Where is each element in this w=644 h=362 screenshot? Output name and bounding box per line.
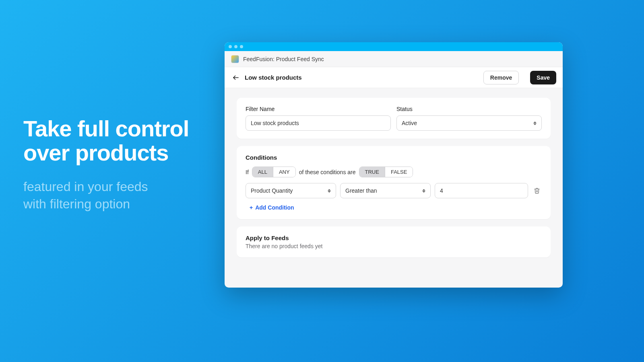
of-text: of these conditions are <box>299 169 356 175</box>
chevron-updown-icon <box>328 189 331 193</box>
trash-icon <box>534 187 540 194</box>
app-title: FeedFusion: Product Feed Sync <box>243 56 324 62</box>
filter-name-label: Filter Name <box>246 106 391 112</box>
promo-subhead: featured in your feeds with filtering op… <box>23 178 189 213</box>
bool-false-button[interactable]: FALSE <box>385 167 413 177</box>
app-logo-icon <box>231 55 239 63</box>
bool-true-button[interactable]: TRUE <box>359 167 385 177</box>
traffic-light-icon <box>229 45 232 48</box>
condition-value-field[interactable] <box>440 187 523 194</box>
traffic-light-icon <box>240 45 243 48</box>
conditions-card: Conditions If ALL ANY of these condition… <box>237 146 551 219</box>
promo-headline-line1: Take full control <box>23 117 189 141</box>
if-label: If <box>246 169 249 175</box>
condition-attribute-select[interactable]: Product Quantity <box>246 183 336 198</box>
apply-feeds-title: Apply to Feeds <box>246 234 542 241</box>
delete-condition-button[interactable] <box>532 186 542 195</box>
promo-headline-line2: over products <box>23 141 189 165</box>
condition-value-input[interactable] <box>435 183 528 198</box>
chevron-updown-icon <box>533 121 537 125</box>
bool-toggle: TRUE FALSE <box>359 167 413 177</box>
scope-toggle: ALL ANY <box>252 167 296 177</box>
conditions-title: Conditions <box>246 154 542 161</box>
app-header: FeedFusion: Product Feed Sync <box>225 51 563 67</box>
save-button[interactable]: Save <box>530 71 556 84</box>
traffic-light-icon <box>234 45 237 48</box>
scope-any-button[interactable]: ANY <box>273 167 295 177</box>
back-button[interactable] <box>231 73 241 82</box>
promo-sub-line1: featured in your feeds <box>23 178 189 195</box>
plus-icon: + <box>250 204 253 211</box>
remove-button[interactable]: Remove <box>483 71 519 84</box>
add-condition-label: Add Condition <box>255 204 294 211</box>
promo-headline: Take full control over products <box>23 117 189 165</box>
app-window: FeedFusion: Product Feed Sync Low stock … <box>225 42 563 288</box>
status-label: Status <box>396 106 542 112</box>
scope-all-button[interactable]: ALL <box>252 167 273 177</box>
condition-operator-select[interactable]: Greater than <box>340 183 431 198</box>
condition-operator-value: Greater than <box>345 187 377 194</box>
window-titlebar <box>225 42 563 51</box>
add-condition-button[interactable]: + Add Condition <box>246 204 294 211</box>
page-title: Low stock products <box>245 74 479 81</box>
status-select[interactable]: Active <box>396 115 542 131</box>
status-value: Active <box>402 120 417 126</box>
condition-row: Product Quantity Greater than <box>246 183 542 198</box>
feeds-card: Apply to Feeds There are no product feed… <box>237 226 551 257</box>
filter-name-field[interactable] <box>251 120 386 126</box>
page-header: Low stock products Remove Save <box>225 67 563 88</box>
arrow-left-icon <box>232 74 239 81</box>
condition-attribute-value: Product Quantity <box>251 187 293 194</box>
filter-card: Filter Name Status Active <box>237 98 551 139</box>
promo-sub-line2: with filtering option <box>23 195 189 213</box>
feeds-empty-text: There are no product feeds yet <box>246 243 542 249</box>
chevron-updown-icon <box>422 189 425 193</box>
filter-name-input[interactable] <box>246 115 391 131</box>
